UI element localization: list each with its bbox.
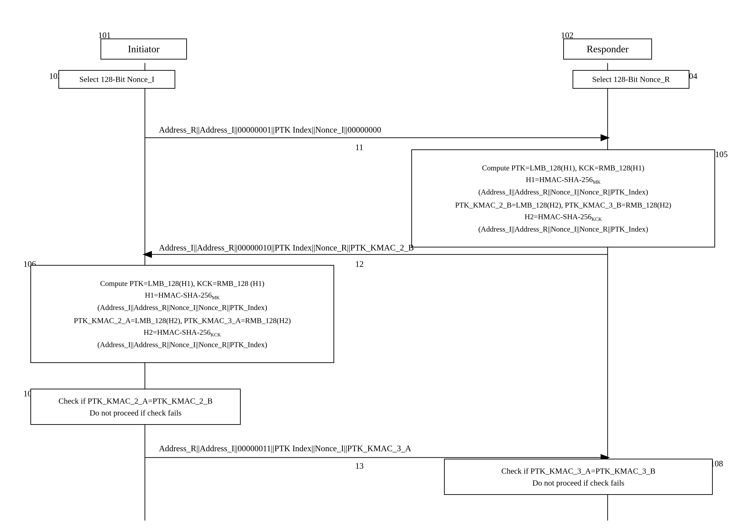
resp-comp-line1: Compute PTK=LMB_128(H1), KCK=RMB_128(H1) [482,162,644,173]
resp-comp-line2: H1=HMAC-SHA-256MK [526,174,601,186]
resp-comp-line3: (Address_I||Address_R||Nonce_I||Nonce_R|… [478,186,648,197]
check-resp-line2: Do not proceed if check fails [532,477,624,489]
resp-comp-line5: H2=HMAC-SHA-256KCK [525,211,602,223]
init-comp-line3: (Address_I||Address_R||Nonce_I||Nonce_R|… [97,302,267,313]
responder-compute-box: Compute PTK=LMB_128(H1), KCK=RMB_128(H1)… [411,149,715,247]
ref-105: 105 [715,149,728,159]
responder-box: Responder [563,38,652,60]
nonce-r-box: Select 128-Bit Nonce_R [573,70,689,89]
msg1-label: 11 [355,142,364,152]
init-comp-line4: PTK_KMAC_2_A=LMB_128(H2), PTK_KMAC_3_A=R… [74,315,291,326]
svg-marker-5 [143,251,152,258]
init-comp-line6: (Address_I||Address_R||Nonce_I||Nonce_R|… [97,339,267,350]
initiator-label: Initiator [128,43,159,55]
init-comp-line1: Compute PTK=LMB_128(H1), KCK=RMB_128 (H1… [100,278,264,289]
msg2-text: Address_I||Address_R||00000010||PTK Inde… [159,243,414,253]
nonce-i-box: Select 128-Bit Nonce_I [58,70,175,89]
check-init-line2: Do not proceed if check fails [90,407,181,419]
msg3-text: Address_R||Address_I||00000011||PTK Inde… [159,443,411,453]
initiator-compute-box: Compute PTK=LMB_128(H1), KCK=RMB_128 (H1… [30,265,334,363]
diagram: 101 Initiator 102 Responder 103 Select 1… [0,0,756,532]
init-comp-line5: H2=HMAC-SHA-256KCK [144,327,221,339]
check-initiator-box: Check if PTK_KMAC_2_A=PTK_KMAC_2_B Do no… [30,389,241,425]
initiator-box: Initiator [100,38,187,60]
resp-comp-line4: PTK_KMAC_2_B=LMB_128(H2), PTK_KMAC_3_B=R… [455,199,671,211]
responder-label: Responder [586,43,629,55]
check-resp-line1: Check if PTK_KMAC_3_A=PTK_KMAC_3_B [501,465,656,477]
nonce-r-label: Select 128-Bit Nonce_R [592,74,670,85]
msg2-label: 12 [355,259,364,269]
msg1-text: Address_R||Address_I||00000001||PTK Inde… [159,125,381,135]
check-init-line1: Check if PTK_KMAC_2_A=PTK_KMAC_2_B [58,395,213,407]
check-responder-box: Check if PTK_KMAC_3_A=PTK_KMAC_3_B Do no… [444,459,713,495]
nonce-i-label: Select 128-Bit Nonce_I [79,74,154,85]
svg-marker-3 [601,134,610,141]
msg3-label: 13 [355,461,364,471]
resp-comp-line6: (Address_I||Address_R||Nonce_I||Nonce_R|… [478,223,648,235]
init-comp-line2: H1=HMAC-SHA-256MK [145,290,220,301]
